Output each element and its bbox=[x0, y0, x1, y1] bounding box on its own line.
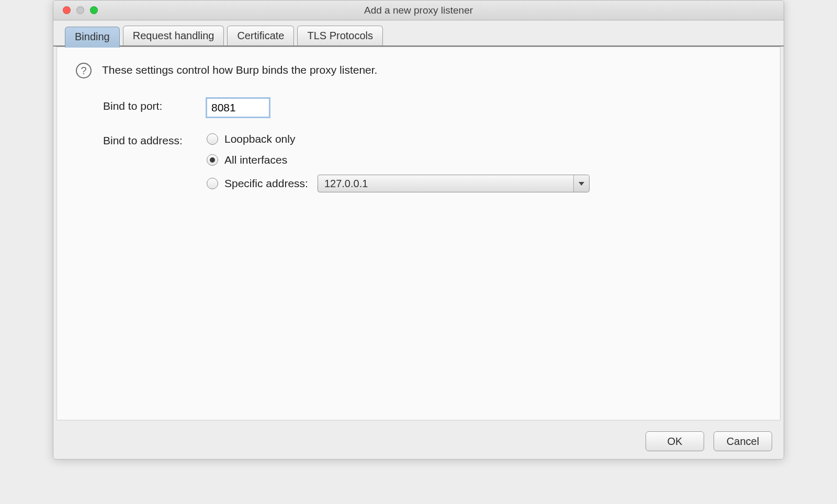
tab-label: Binding bbox=[75, 31, 110, 42]
titlebar: Add a new proxy listener bbox=[53, 1, 784, 20]
bind-port-label: Bind to port: bbox=[103, 98, 207, 112]
tab-label: TLS Protocols bbox=[307, 30, 373, 41]
select-display: 127.0.0.1 bbox=[318, 175, 590, 192]
tab-certificate[interactable]: Certificate bbox=[227, 26, 294, 45]
radio-all-row[interactable]: All interfaces bbox=[207, 154, 590, 166]
radio-loopback-row[interactable]: Loopback only bbox=[207, 133, 590, 145]
address-radio-group: Loopback only All interfaces Specific ad… bbox=[207, 133, 590, 192]
chevron-down-icon[interactable] bbox=[573, 175, 589, 192]
cancel-button[interactable]: Cancel bbox=[714, 431, 772, 451]
bind-port-row: Bind to port: bbox=[103, 98, 761, 117]
specific-address-select[interactable]: 127.0.0.1 bbox=[318, 175, 590, 192]
dialog-window: Add a new proxy listener Binding Request… bbox=[53, 0, 784, 460]
bind-address-label: Bind to address: bbox=[103, 133, 207, 147]
radio-specific-button[interactable] bbox=[207, 178, 218, 189]
tab-content: ? These settings control how Burp binds … bbox=[56, 47, 781, 420]
help-row: ? These settings control how Burp binds … bbox=[76, 63, 761, 78]
radio-specific-label: Specific address: bbox=[224, 177, 308, 190]
tab-tls-protocols[interactable]: TLS Protocols bbox=[297, 26, 383, 45]
tab-label: Certificate bbox=[237, 30, 284, 41]
bind-port-input[interactable] bbox=[207, 98, 269, 117]
svg-marker-0 bbox=[579, 182, 584, 186]
ok-button[interactable]: OK bbox=[646, 431, 704, 451]
help-icon[interactable]: ? bbox=[76, 63, 92, 78]
button-label: Cancel bbox=[727, 436, 759, 448]
dialog-footer: OK Cancel bbox=[53, 423, 784, 459]
tab-bar: Binding Request handling Certificate TLS… bbox=[53, 20, 784, 47]
radio-loopback-label: Loopback only bbox=[224, 133, 295, 145]
radio-loopback-button[interactable] bbox=[207, 133, 218, 145]
tab-label: Request handling bbox=[133, 30, 214, 41]
maximize-icon[interactable] bbox=[90, 6, 98, 14]
radio-all-label: All interfaces bbox=[224, 154, 287, 166]
select-value: 127.0.0.1 bbox=[324, 178, 368, 190]
bind-address-row: Bind to address: Loopback only All inter… bbox=[103, 133, 761, 192]
close-icon[interactable] bbox=[63, 6, 71, 14]
window-controls bbox=[53, 6, 98, 14]
radio-specific-row[interactable]: Specific address: 127.0.0.1 bbox=[207, 175, 590, 192]
window-title: Add a new proxy listener bbox=[53, 5, 784, 16]
tab-request-handling[interactable]: Request handling bbox=[123, 26, 224, 45]
help-text: These settings control how Burp binds th… bbox=[102, 63, 377, 76]
tab-binding[interactable]: Binding bbox=[65, 27, 120, 48]
radio-all-button[interactable] bbox=[207, 154, 218, 166]
button-label: OK bbox=[668, 436, 683, 448]
minimize-icon[interactable] bbox=[76, 6, 84, 14]
form-area: Bind to port: Bind to address: Loopback … bbox=[103, 98, 761, 192]
